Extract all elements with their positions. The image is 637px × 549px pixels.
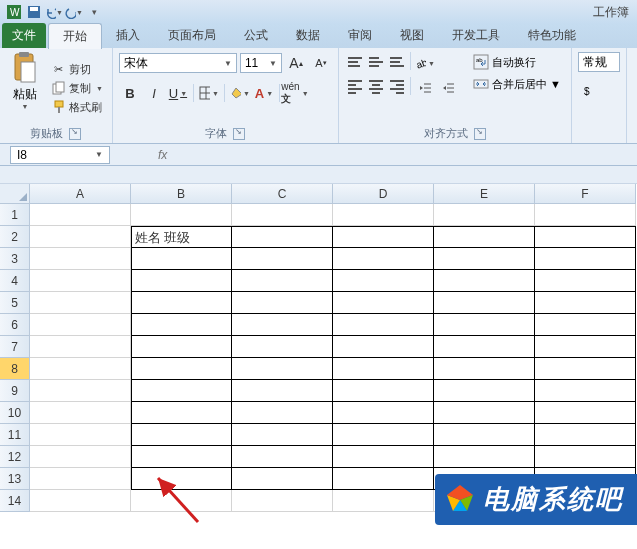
orientation-button[interactable]: ab▼ [414, 52, 436, 74]
col-header[interactable]: B [131, 184, 232, 204]
cell[interactable] [232, 358, 333, 380]
tab-developer[interactable]: 开发工具 [438, 23, 514, 48]
cell[interactable] [30, 336, 131, 358]
cell[interactable] [131, 424, 232, 446]
wrap-text-button[interactable]: ab自动换行 [469, 52, 565, 72]
cell[interactable] [232, 424, 333, 446]
cell[interactable] [30, 468, 131, 490]
cell[interactable] [535, 402, 636, 424]
tab-file[interactable]: 文件 [2, 23, 46, 48]
underline-button[interactable]: U▼ [167, 82, 189, 104]
row-header[interactable]: 10 [0, 402, 30, 424]
cell[interactable] [30, 270, 131, 292]
fill-color-button[interactable]: ▼ [229, 82, 251, 104]
row-header[interactable]: 4 [0, 270, 30, 292]
cell[interactable] [131, 358, 232, 380]
cell[interactable] [333, 402, 434, 424]
cell[interactable] [434, 226, 535, 248]
tab-home[interactable]: 开始 [48, 23, 102, 49]
align-right-icon[interactable] [387, 77, 407, 97]
cell[interactable] [232, 292, 333, 314]
cell[interactable] [30, 424, 131, 446]
merge-center-button[interactable]: 合并后居中▼ [469, 74, 565, 94]
cell[interactable] [535, 226, 636, 248]
cell[interactable] [30, 248, 131, 270]
row-header[interactable]: 1 [0, 204, 30, 226]
cell[interactable] [131, 336, 232, 358]
font-size-combo[interactable]: 11▼ [240, 53, 282, 73]
align-middle-icon[interactable] [366, 52, 386, 72]
cell[interactable] [333, 446, 434, 468]
cell[interactable] [434, 402, 535, 424]
col-header[interactable]: F [535, 184, 636, 204]
cell[interactable] [535, 204, 636, 226]
font-name-combo[interactable]: 宋体▼ [119, 53, 237, 73]
align-top-icon[interactable] [345, 52, 365, 72]
cell[interactable] [333, 226, 434, 248]
cell[interactable] [131, 248, 232, 270]
cell[interactable] [535, 424, 636, 446]
cell[interactable] [535, 380, 636, 402]
row-header[interactable]: 11 [0, 424, 30, 446]
cell[interactable] [232, 402, 333, 424]
cell[interactable] [232, 270, 333, 292]
cell[interactable] [333, 314, 434, 336]
cell[interactable] [333, 490, 434, 512]
cell[interactable] [30, 446, 131, 468]
cell[interactable] [535, 336, 636, 358]
cell[interactable]: 姓名 班级 [131, 226, 232, 248]
align-center-icon[interactable] [366, 77, 386, 97]
row-header[interactable]: 12 [0, 446, 30, 468]
app-icon[interactable]: W [5, 3, 23, 21]
font-dialog-launcher[interactable] [233, 128, 245, 140]
tab-review[interactable]: 审阅 [334, 23, 386, 48]
cell[interactable] [333, 248, 434, 270]
cell[interactable] [434, 270, 535, 292]
row-header[interactable]: 14 [0, 490, 30, 512]
save-icon[interactable] [25, 3, 43, 21]
format-painter-button[interactable]: 格式刷 [48, 99, 106, 116]
cell[interactable] [434, 292, 535, 314]
font-color-button[interactable]: A▼ [253, 82, 275, 104]
cell[interactable] [30, 358, 131, 380]
cell[interactable] [434, 204, 535, 226]
cell[interactable] [30, 226, 131, 248]
row-header[interactable]: 9 [0, 380, 30, 402]
formula-input[interactable] [167, 146, 637, 164]
italic-button[interactable]: I [143, 82, 165, 104]
alignment-dialog-launcher[interactable] [474, 128, 486, 140]
col-header[interactable]: D [333, 184, 434, 204]
cut-button[interactable]: ✂剪切 [48, 61, 106, 78]
cell[interactable] [131, 446, 232, 468]
cell[interactable] [30, 490, 131, 512]
cell[interactable] [30, 380, 131, 402]
cell[interactable] [535, 292, 636, 314]
copy-button[interactable]: 复制▼ [48, 80, 106, 97]
cell[interactable] [434, 358, 535, 380]
cell[interactable] [333, 380, 434, 402]
redo-icon[interactable]: ▼ [65, 3, 83, 21]
cell[interactable] [232, 336, 333, 358]
align-left-icon[interactable] [345, 77, 365, 97]
row-header[interactable]: 5 [0, 292, 30, 314]
cell[interactable] [232, 204, 333, 226]
cell[interactable] [535, 270, 636, 292]
cell[interactable] [30, 204, 131, 226]
cell[interactable] [333, 292, 434, 314]
cell[interactable] [30, 292, 131, 314]
decrease-font-icon[interactable]: A▾ [310, 52, 332, 74]
cell[interactable] [535, 248, 636, 270]
tab-insert[interactable]: 插入 [102, 23, 154, 48]
row-header[interactable]: 6 [0, 314, 30, 336]
increase-font-icon[interactable]: A▴ [285, 52, 307, 74]
cell[interactable] [131, 204, 232, 226]
cell[interactable] [434, 380, 535, 402]
cell[interactable] [535, 358, 636, 380]
cell[interactable] [535, 446, 636, 468]
cell[interactable] [131, 314, 232, 336]
tab-view[interactable]: 视图 [386, 23, 438, 48]
cell[interactable] [131, 380, 232, 402]
col-header[interactable]: C [232, 184, 333, 204]
cell[interactable] [30, 402, 131, 424]
currency-button[interactable]: $ [578, 80, 600, 102]
